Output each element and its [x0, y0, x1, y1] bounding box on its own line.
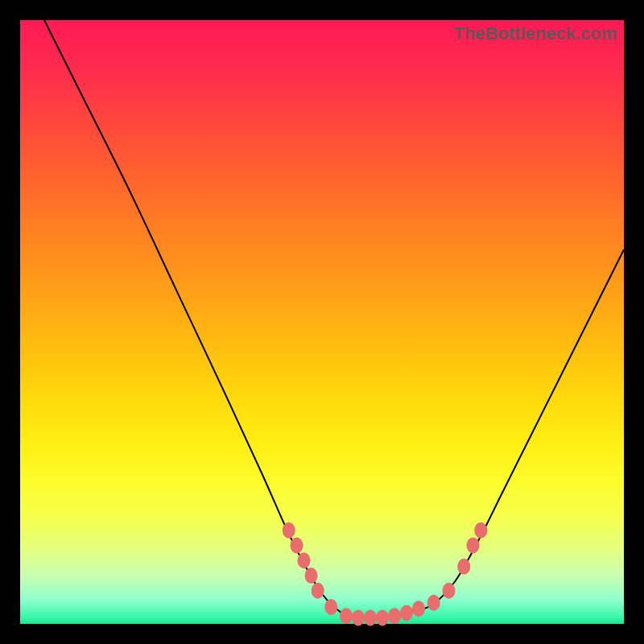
- accent-marker: [412, 601, 425, 617]
- accent-marker: [457, 559, 470, 575]
- accent-marker: [283, 522, 295, 539]
- accent-marker: [400, 605, 413, 621]
- accent-marker: [364, 610, 377, 626]
- plot-area: TheBottleneck.com: [20, 20, 624, 624]
- marker-group: [283, 522, 488, 626]
- accent-marker: [427, 595, 440, 611]
- bottleneck-curve: [44, 20, 624, 618]
- accent-marker: [291, 538, 303, 554]
- accent-marker: [376, 610, 389, 626]
- accent-marker: [324, 599, 337, 615]
- accent-marker: [474, 522, 487, 539]
- accent-marker: [298, 552, 311, 568]
- accent-marker: [352, 610, 365, 626]
- accent-marker: [467, 538, 480, 554]
- accent-marker: [312, 583, 324, 599]
- chart-frame: TheBottleneck.com: [0, 0, 644, 644]
- chart-svg: [20, 20, 624, 624]
- accent-marker: [388, 608, 401, 624]
- accent-marker: [443, 583, 456, 599]
- accent-marker: [340, 608, 353, 624]
- accent-marker: [305, 568, 318, 584]
